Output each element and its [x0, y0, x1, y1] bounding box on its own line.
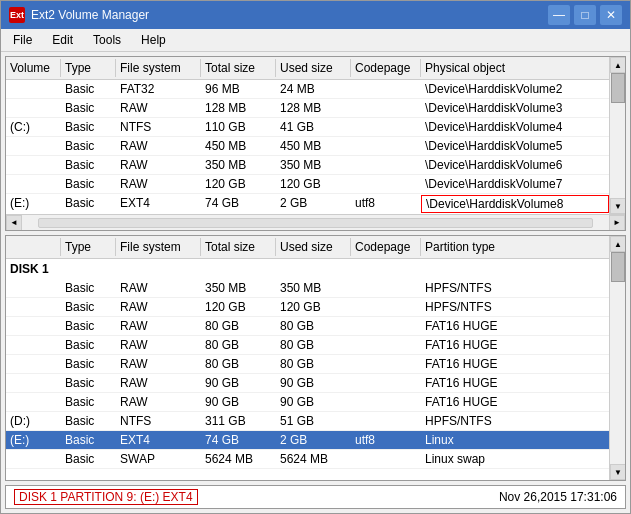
- cell-type: Basic: [61, 157, 116, 173]
- top-table-row[interactable]: Basic FAT32 96 MB 24 MB \Device\Harddisk…: [6, 80, 609, 99]
- cell2-volume: [6, 394, 61, 410]
- col-volume: Volume: [6, 59, 61, 77]
- col-codepage: Codepage: [351, 59, 421, 77]
- cell2-codepage: [351, 280, 421, 296]
- cell-filesystem: NTFS: [116, 119, 201, 135]
- cell2-used: 80 GB: [276, 337, 351, 353]
- window-title: Ext2 Volume Manager: [31, 8, 149, 22]
- top-h-scroll[interactable]: ◄ ►: [6, 214, 625, 230]
- bottom-table-row[interactable]: Basic RAW 80 GB 80 GB FAT16 HUGE: [6, 317, 609, 336]
- top-table-row[interactable]: Basic RAW 350 MB 350 MB \Device\Harddisk…: [6, 156, 609, 175]
- cell2-used: 90 GB: [276, 375, 351, 391]
- col-filesystem: File system: [116, 59, 201, 77]
- cell2-volume: [6, 451, 61, 467]
- cell2-codepage: [351, 337, 421, 353]
- cell2-partition: Linux: [421, 432, 609, 448]
- cell2-type: Basic: [61, 394, 116, 410]
- cell2-filesystem: RAW: [116, 299, 201, 315]
- menu-tools[interactable]: Tools: [85, 31, 129, 49]
- scroll-up-btn[interactable]: ▲: [610, 57, 625, 73]
- top-table-header: Volume Type File system Total size Used …: [6, 57, 609, 80]
- menu-file[interactable]: File: [5, 31, 40, 49]
- cell-physical: \Device\HarddiskVolume3: [421, 100, 609, 116]
- cell-physical: \Device\HarddiskVolume8: [421, 195, 609, 213]
- col2-used: Used size: [276, 238, 351, 256]
- cell-filesystem: RAW: [116, 138, 201, 154]
- bottom-scroll-up[interactable]: ▲: [610, 236, 625, 252]
- bottom-table-row[interactable]: Basic RAW 90 GB 90 GB FAT16 HUGE: [6, 393, 609, 412]
- content-area: Volume Type File system Total size Used …: [1, 52, 630, 513]
- cell2-used: 2 GB: [276, 432, 351, 448]
- top-table-row[interactable]: Basic RAW 120 GB 120 GB \Device\Harddisk…: [6, 175, 609, 194]
- cell2-filesystem: RAW: [116, 375, 201, 391]
- cell-type: Basic: [61, 81, 116, 97]
- bottom-table-row[interactable]: (D:) Basic NTFS 311 GB 51 GB HPFS/NTFS: [6, 412, 609, 431]
- cell2-type: Basic: [61, 318, 116, 334]
- cell2-filesystem: RAW: [116, 356, 201, 372]
- cell-used: 24 MB: [276, 81, 351, 97]
- top-scrollbar[interactable]: ▲ ▼: [609, 57, 625, 214]
- cell2-type: Basic: [61, 337, 116, 353]
- cell-volume: [6, 100, 61, 116]
- cell2-total: 90 GB: [201, 394, 276, 410]
- col2-codepage: Codepage: [351, 238, 421, 256]
- bottom-scroll-thumb[interactable]: [611, 252, 625, 282]
- menu-edit[interactable]: Edit: [44, 31, 81, 49]
- cell-used: 41 GB: [276, 119, 351, 135]
- bottom-table-row[interactable]: Basic RAW 90 GB 90 GB FAT16 HUGE: [6, 374, 609, 393]
- cell-total: 128 MB: [201, 100, 276, 116]
- cell2-partition: FAT16 HUGE: [421, 337, 609, 353]
- cell2-used: 80 GB: [276, 356, 351, 372]
- top-table-row[interactable]: (C:) Basic NTFS 110 GB 41 GB \Device\Har…: [6, 118, 609, 137]
- top-table-row[interactable]: (E:) Basic EXT4 74 GB 2 GB utf8 \Device\…: [6, 194, 609, 214]
- h-scroll-left[interactable]: ◄: [6, 215, 22, 231]
- cell-volume: [6, 138, 61, 154]
- cell-volume: (E:): [6, 195, 61, 213]
- close-button[interactable]: ✕: [600, 5, 622, 25]
- cell-filesystem: RAW: [116, 157, 201, 173]
- bottom-table-row[interactable]: Basic RAW 120 GB 120 GB HPFS/NTFS: [6, 298, 609, 317]
- cell-codepage: [351, 176, 421, 192]
- bottom-table-row[interactable]: Basic RAW 80 GB 80 GB FAT16 HUGE: [6, 336, 609, 355]
- bottom-table-row[interactable]: Basic RAW 80 GB 80 GB FAT16 HUGE: [6, 355, 609, 374]
- bottom-table-row[interactable]: Basic SWAP 5624 MB 5624 MB Linux swap: [6, 450, 609, 469]
- cell2-type: Basic: [61, 375, 116, 391]
- cell2-total: 5624 MB: [201, 451, 276, 467]
- cell2-type: Basic: [61, 413, 116, 429]
- maximize-button[interactable]: □: [574, 5, 596, 25]
- col2-volume: [6, 238, 61, 256]
- bottom-scroll-down[interactable]: ▼: [610, 464, 625, 480]
- scroll-thumb[interactable]: [611, 73, 625, 103]
- cell2-volume: (D:): [6, 413, 61, 429]
- cell-type: Basic: [61, 100, 116, 116]
- col-total-size: Total size: [201, 59, 276, 77]
- cell-volume: (C:): [6, 119, 61, 135]
- bottom-table-row[interactable]: Basic RAW 350 MB 350 MB HPFS/NTFS: [6, 279, 609, 298]
- title-controls: — □ ✕: [548, 5, 622, 25]
- menu-help[interactable]: Help: [133, 31, 174, 49]
- cell-codepage: [351, 138, 421, 154]
- h-scroll-track: [38, 218, 593, 228]
- title-bar: Ext Ext2 Volume Manager — □ ✕: [1, 1, 630, 29]
- cell-total: 350 MB: [201, 157, 276, 173]
- minimize-button[interactable]: —: [548, 5, 570, 25]
- cell2-total: 80 GB: [201, 318, 276, 334]
- cell-total: 96 MB: [201, 81, 276, 97]
- bottom-scrollbar[interactable]: ▲ ▼: [609, 236, 625, 480]
- col-used-size: Used size: [276, 59, 351, 77]
- top-table-row[interactable]: Basic RAW 450 MB 450 MB \Device\Harddisk…: [6, 137, 609, 156]
- cell2-partition: FAT16 HUGE: [421, 318, 609, 334]
- bottom-table-row[interactable]: (E:) Basic EXT4 74 GB 2 GB utf8 Linux: [6, 431, 609, 450]
- scroll-down-btn[interactable]: ▼: [610, 198, 625, 214]
- status-right: Nov 26,2015 17:31:06: [499, 490, 617, 504]
- cell-filesystem: RAW: [116, 176, 201, 192]
- status-left: DISK 1 PARTITION 9: (E:) EXT4: [14, 489, 198, 505]
- disk-label: DISK 1: [6, 259, 609, 279]
- h-scroll-right[interactable]: ►: [609, 215, 625, 231]
- cell2-filesystem: NTFS: [116, 413, 201, 429]
- cell-volume: [6, 157, 61, 173]
- cell2-codepage: [351, 356, 421, 372]
- top-table-row[interactable]: Basic RAW 128 MB 128 MB \Device\Harddisk…: [6, 99, 609, 118]
- cell-codepage: [351, 119, 421, 135]
- cell2-codepage: [351, 451, 421, 467]
